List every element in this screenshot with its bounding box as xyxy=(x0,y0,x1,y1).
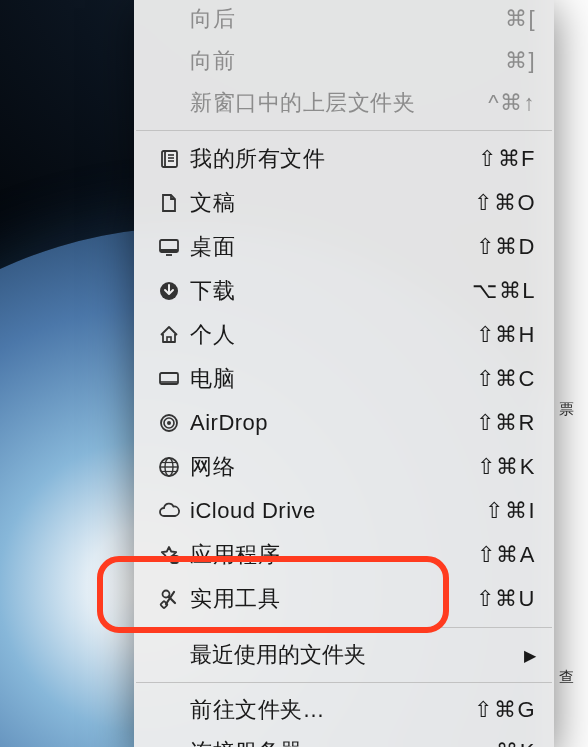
menu-home[interactable]: 个人⇧⌘H xyxy=(134,313,554,357)
menu-item-label: 电脑 xyxy=(182,364,476,394)
menu-item-label: 桌面 xyxy=(182,232,476,262)
menu-icloud[interactable]: iCloud Drive⇧⌘I xyxy=(134,489,554,533)
menu-back: 向后 ⌘[ xyxy=(134,0,554,40)
menu-divider xyxy=(136,627,552,628)
menu-desktop[interactable]: 桌面⇧⌘D xyxy=(134,225,554,269)
menu-item-shortcut: ⇧⌘H xyxy=(476,322,536,348)
menu-forward: 向前 ⌘] xyxy=(134,40,554,82)
menu-item-label: 应用程序 xyxy=(182,540,477,570)
menu-item-label: 下载 xyxy=(182,276,472,306)
menu-item-label: 网络 xyxy=(182,452,477,482)
menu-airdrop[interactable]: AirDrop⇧⌘R xyxy=(134,401,554,445)
menu-item-label: iCloud Drive xyxy=(182,498,485,524)
menu-item-shortcut: ⇧⌘I xyxy=(485,498,536,524)
all-files-icon xyxy=(156,146,182,172)
menu-go-to-folder[interactable]: 前往文件夹… ⇧⌘G xyxy=(134,689,554,731)
menu-all-files[interactable]: 我的所有文件⇧⌘F xyxy=(134,137,554,181)
menu-enclosing-label: 新窗口中的上层文件夹 xyxy=(182,88,488,118)
menu-back-shortcut: ⌘[ xyxy=(505,6,536,32)
menu-item-shortcut: ⇧⌘A xyxy=(477,542,536,568)
menu-connect-to-server[interactable]: 连接服务器 ⌘K xyxy=(134,731,554,747)
menu-divider xyxy=(136,682,552,683)
menu-item-label: 实用工具 xyxy=(182,584,476,614)
computer-icon xyxy=(156,366,182,392)
menu-recent-label: 最近使用的文件夹 xyxy=(156,640,524,670)
network-icon xyxy=(156,454,182,480)
downloads-icon xyxy=(156,278,182,304)
menu-recent-folders[interactable]: 最近使用的文件夹 ▶ xyxy=(134,634,554,676)
article-background: 票 查 xyxy=(548,0,588,747)
menu-item-label: 文稿 xyxy=(182,188,474,218)
submenu-arrow-icon: ▶ xyxy=(524,646,536,665)
menu-item-label: 我的所有文件 xyxy=(182,144,478,174)
menu-item-shortcut: ⇧⌘U xyxy=(476,586,536,612)
menu-forward-label: 向前 xyxy=(182,46,505,76)
menu-item-label: 个人 xyxy=(182,320,476,350)
bg-char-1: 查 xyxy=(559,668,574,687)
screenshot-stage: 票 查 向后 ⌘[ 向前 ⌘] 新窗口中的上层文件夹 ^⌘↑ 我的所有文件⇧⌘F… xyxy=(0,0,588,747)
menu-item-shortcut: ⇧⌘C xyxy=(476,366,536,392)
menu-utilities[interactable]: 实用工具⇧⌘U xyxy=(134,577,554,621)
menu-enclosing-shortcut: ^⌘↑ xyxy=(488,90,536,116)
desktop-icon xyxy=(156,234,182,260)
menu-item-shortcut: ⌥⌘L xyxy=(472,278,536,304)
menu-item-shortcut: ⇧⌘O xyxy=(474,190,536,216)
menu-computer[interactable]: 电脑⇧⌘C xyxy=(134,357,554,401)
go-menu: 向后 ⌘[ 向前 ⌘] 新窗口中的上层文件夹 ^⌘↑ 我的所有文件⇧⌘F文稿⇧⌘… xyxy=(134,0,554,747)
menu-item-shortcut: ⇧⌘R xyxy=(476,410,536,436)
menu-go-to-folder-label: 前往文件夹… xyxy=(182,695,474,725)
bg-char-0: 票 xyxy=(559,400,574,419)
icloud-icon xyxy=(156,498,182,524)
home-icon xyxy=(156,322,182,348)
menu-item-shortcut: ⇧⌘F xyxy=(478,146,536,172)
menu-network[interactable]: 网络⇧⌘K xyxy=(134,445,554,489)
applications-icon xyxy=(156,542,182,568)
menu-back-label: 向后 xyxy=(182,4,505,34)
menu-enclosing-folder: 新窗口中的上层文件夹 ^⌘↑ xyxy=(134,82,554,124)
menu-connect-shortcut: ⌘K xyxy=(496,739,536,747)
documents-icon xyxy=(156,190,182,216)
menu-downloads[interactable]: 下载⌥⌘L xyxy=(134,269,554,313)
menu-item-label: AirDrop xyxy=(182,410,476,436)
airdrop-icon xyxy=(156,410,182,436)
menu-item-shortcut: ⇧⌘D xyxy=(476,234,536,260)
menu-item-shortcut: ⇧⌘K xyxy=(477,454,536,480)
menu-divider xyxy=(136,130,552,131)
menu-forward-shortcut: ⌘] xyxy=(505,48,536,74)
utilities-icon xyxy=(156,586,182,612)
menu-applications[interactable]: 应用程序⇧⌘A xyxy=(134,533,554,577)
menu-go-to-folder-shortcut: ⇧⌘G xyxy=(474,697,536,723)
menu-documents[interactable]: 文稿⇧⌘O xyxy=(134,181,554,225)
menu-connect-label: 连接服务器 xyxy=(182,737,496,747)
